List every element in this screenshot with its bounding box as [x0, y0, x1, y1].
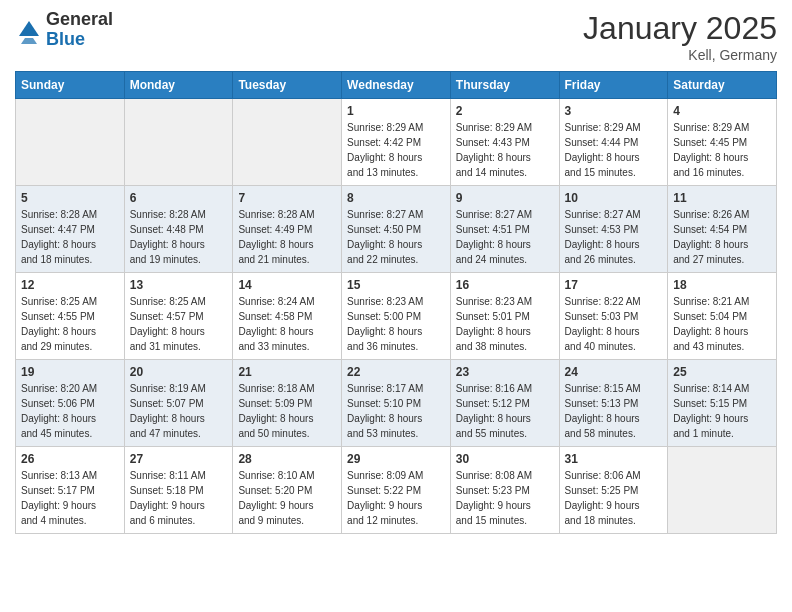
day-number: 29 [347, 452, 445, 466]
day-info: Sunrise: 8:27 AM Sunset: 4:50 PM Dayligh… [347, 207, 445, 267]
day-number: 14 [238, 278, 336, 292]
calendar-cell [124, 99, 233, 186]
day-number: 25 [673, 365, 771, 379]
day-info: Sunrise: 8:14 AM Sunset: 5:15 PM Dayligh… [673, 381, 771, 441]
logo-icon [15, 16, 43, 44]
day-number: 17 [565, 278, 663, 292]
calendar-cell: 10Sunrise: 8:27 AM Sunset: 4:53 PM Dayli… [559, 186, 668, 273]
calendar-cell: 3Sunrise: 8:29 AM Sunset: 4:44 PM Daylig… [559, 99, 668, 186]
calendar-cell: 29Sunrise: 8:09 AM Sunset: 5:22 PM Dayli… [342, 447, 451, 534]
month-title: January 2025 [583, 10, 777, 47]
day-info: Sunrise: 8:27 AM Sunset: 4:53 PM Dayligh… [565, 207, 663, 267]
calendar-cell: 11Sunrise: 8:26 AM Sunset: 4:54 PM Dayli… [668, 186, 777, 273]
day-info: Sunrise: 8:29 AM Sunset: 4:44 PM Dayligh… [565, 120, 663, 180]
day-info: Sunrise: 8:28 AM Sunset: 4:49 PM Dayligh… [238, 207, 336, 267]
calendar-cell: 2Sunrise: 8:29 AM Sunset: 4:43 PM Daylig… [450, 99, 559, 186]
day-info: Sunrise: 8:29 AM Sunset: 4:42 PM Dayligh… [347, 120, 445, 180]
calendar-cell: 26Sunrise: 8:13 AM Sunset: 5:17 PM Dayli… [16, 447, 125, 534]
calendar-cell: 8Sunrise: 8:27 AM Sunset: 4:50 PM Daylig… [342, 186, 451, 273]
day-info: Sunrise: 8:17 AM Sunset: 5:10 PM Dayligh… [347, 381, 445, 441]
day-info: Sunrise: 8:28 AM Sunset: 4:48 PM Dayligh… [130, 207, 228, 267]
svg-marker-0 [19, 21, 39, 36]
day-number: 3 [565, 104, 663, 118]
day-info: Sunrise: 8:28 AM Sunset: 4:47 PM Dayligh… [21, 207, 119, 267]
calendar-week-row: 26Sunrise: 8:13 AM Sunset: 5:17 PM Dayli… [16, 447, 777, 534]
page: General Blue January 2025 Kell, Germany … [0, 0, 792, 549]
day-number: 4 [673, 104, 771, 118]
day-info: Sunrise: 8:09 AM Sunset: 5:22 PM Dayligh… [347, 468, 445, 528]
calendar-cell: 20Sunrise: 8:19 AM Sunset: 5:07 PM Dayli… [124, 360, 233, 447]
day-info: Sunrise: 8:08 AM Sunset: 5:23 PM Dayligh… [456, 468, 554, 528]
day-info: Sunrise: 8:29 AM Sunset: 4:43 PM Dayligh… [456, 120, 554, 180]
col-header-thursday: Thursday [450, 72, 559, 99]
day-info: Sunrise: 8:15 AM Sunset: 5:13 PM Dayligh… [565, 381, 663, 441]
col-header-saturday: Saturday [668, 72, 777, 99]
day-number: 26 [21, 452, 119, 466]
calendar-cell: 7Sunrise: 8:28 AM Sunset: 4:49 PM Daylig… [233, 186, 342, 273]
day-info: Sunrise: 8:23 AM Sunset: 5:00 PM Dayligh… [347, 294, 445, 354]
day-number: 6 [130, 191, 228, 205]
day-info: Sunrise: 8:25 AM Sunset: 4:55 PM Dayligh… [21, 294, 119, 354]
day-info: Sunrise: 8:22 AM Sunset: 5:03 PM Dayligh… [565, 294, 663, 354]
day-info: Sunrise: 8:18 AM Sunset: 5:09 PM Dayligh… [238, 381, 336, 441]
col-header-wednesday: Wednesday [342, 72, 451, 99]
calendar-cell: 15Sunrise: 8:23 AM Sunset: 5:00 PM Dayli… [342, 273, 451, 360]
day-number: 16 [456, 278, 554, 292]
calendar-cell: 9Sunrise: 8:27 AM Sunset: 4:51 PM Daylig… [450, 186, 559, 273]
day-info: Sunrise: 8:20 AM Sunset: 5:06 PM Dayligh… [21, 381, 119, 441]
title-block: January 2025 Kell, Germany [583, 10, 777, 63]
day-number: 21 [238, 365, 336, 379]
day-info: Sunrise: 8:10 AM Sunset: 5:20 PM Dayligh… [238, 468, 336, 528]
day-number: 1 [347, 104, 445, 118]
day-info: Sunrise: 8:24 AM Sunset: 4:58 PM Dayligh… [238, 294, 336, 354]
calendar-cell: 19Sunrise: 8:20 AM Sunset: 5:06 PM Dayli… [16, 360, 125, 447]
day-number: 5 [21, 191, 119, 205]
calendar-week-row: 19Sunrise: 8:20 AM Sunset: 5:06 PM Dayli… [16, 360, 777, 447]
day-number: 13 [130, 278, 228, 292]
day-info: Sunrise: 8:19 AM Sunset: 5:07 PM Dayligh… [130, 381, 228, 441]
calendar-cell: 5Sunrise: 8:28 AM Sunset: 4:47 PM Daylig… [16, 186, 125, 273]
day-number: 31 [565, 452, 663, 466]
day-info: Sunrise: 8:25 AM Sunset: 4:57 PM Dayligh… [130, 294, 228, 354]
day-number: 7 [238, 191, 336, 205]
calendar-cell: 16Sunrise: 8:23 AM Sunset: 5:01 PM Dayli… [450, 273, 559, 360]
calendar-cell: 25Sunrise: 8:14 AM Sunset: 5:15 PM Dayli… [668, 360, 777, 447]
day-number: 23 [456, 365, 554, 379]
logo-text: General Blue [46, 10, 113, 50]
calendar-cell: 22Sunrise: 8:17 AM Sunset: 5:10 PM Dayli… [342, 360, 451, 447]
day-number: 10 [565, 191, 663, 205]
header: General Blue January 2025 Kell, Germany [15, 10, 777, 63]
calendar-cell [16, 99, 125, 186]
day-number: 18 [673, 278, 771, 292]
day-info: Sunrise: 8:21 AM Sunset: 5:04 PM Dayligh… [673, 294, 771, 354]
day-number: 15 [347, 278, 445, 292]
calendar-cell: 17Sunrise: 8:22 AM Sunset: 5:03 PM Dayli… [559, 273, 668, 360]
calendar-cell [233, 99, 342, 186]
logo-general: General [46, 10, 113, 30]
calendar-cell: 28Sunrise: 8:10 AM Sunset: 5:20 PM Dayli… [233, 447, 342, 534]
calendar-cell: 24Sunrise: 8:15 AM Sunset: 5:13 PM Dayli… [559, 360, 668, 447]
calendar-week-row: 1Sunrise: 8:29 AM Sunset: 4:42 PM Daylig… [16, 99, 777, 186]
day-info: Sunrise: 8:11 AM Sunset: 5:18 PM Dayligh… [130, 468, 228, 528]
calendar-cell: 14Sunrise: 8:24 AM Sunset: 4:58 PM Dayli… [233, 273, 342, 360]
day-info: Sunrise: 8:23 AM Sunset: 5:01 PM Dayligh… [456, 294, 554, 354]
calendar-cell: 27Sunrise: 8:11 AM Sunset: 5:18 PM Dayli… [124, 447, 233, 534]
calendar-cell: 31Sunrise: 8:06 AM Sunset: 5:25 PM Dayli… [559, 447, 668, 534]
logo-blue: Blue [46, 30, 113, 50]
day-number: 2 [456, 104, 554, 118]
calendar-cell: 13Sunrise: 8:25 AM Sunset: 4:57 PM Dayli… [124, 273, 233, 360]
header-row: SundayMondayTuesdayWednesdayThursdayFrid… [16, 72, 777, 99]
day-info: Sunrise: 8:06 AM Sunset: 5:25 PM Dayligh… [565, 468, 663, 528]
day-number: 9 [456, 191, 554, 205]
day-number: 19 [21, 365, 119, 379]
day-info: Sunrise: 8:16 AM Sunset: 5:12 PM Dayligh… [456, 381, 554, 441]
day-number: 27 [130, 452, 228, 466]
day-number: 20 [130, 365, 228, 379]
calendar-week-row: 5Sunrise: 8:28 AM Sunset: 4:47 PM Daylig… [16, 186, 777, 273]
location: Kell, Germany [583, 47, 777, 63]
col-header-sunday: Sunday [16, 72, 125, 99]
calendar-cell: 6Sunrise: 8:28 AM Sunset: 4:48 PM Daylig… [124, 186, 233, 273]
day-info: Sunrise: 8:13 AM Sunset: 5:17 PM Dayligh… [21, 468, 119, 528]
col-header-monday: Monday [124, 72, 233, 99]
calendar-cell: 1Sunrise: 8:29 AM Sunset: 4:42 PM Daylig… [342, 99, 451, 186]
